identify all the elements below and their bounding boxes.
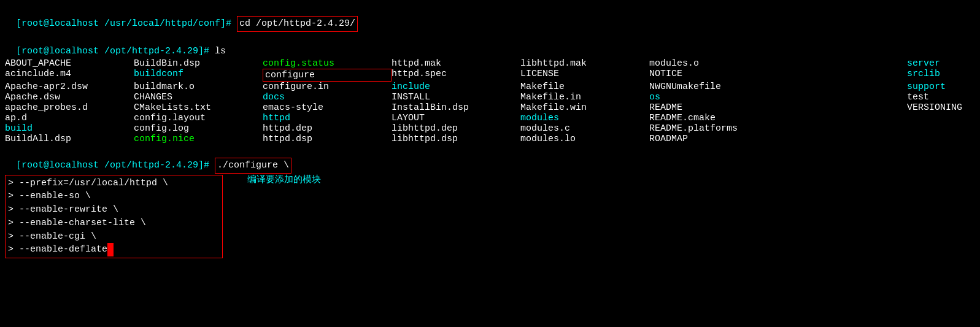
ls-cell-configure: configure bbox=[263, 69, 392, 82]
ls-cell: INSTALL bbox=[392, 92, 520, 102]
ls-cell: BuildBin.dsp bbox=[134, 58, 263, 69]
ls-cell: httpd.dsp bbox=[263, 134, 392, 144]
ls-cell bbox=[778, 102, 907, 113]
ls-cell: InstallBin.dsp bbox=[392, 102, 520, 113]
prompt-1: [root@localhost /usr/local/httpd/conf]# bbox=[16, 18, 237, 29]
ls-cell: os bbox=[649, 92, 778, 102]
ls-cell: libhttpd.dep bbox=[392, 123, 520, 134]
ls-cell: emacs-style bbox=[263, 102, 392, 113]
configure-opt-3: > --enable-rewrite \ bbox=[8, 203, 220, 217]
ls-cell bbox=[778, 58, 907, 69]
configure-options-box: > --prefix=/usr/local/httpd \ > --enable… bbox=[5, 175, 223, 259]
ls-cell: LAYOUT bbox=[392, 113, 520, 123]
ls-cell: ROADMAP bbox=[649, 134, 778, 144]
configure-opt-4: > --enable-charset-lite \ bbox=[8, 217, 220, 230]
ls-command: ls bbox=[215, 46, 226, 56]
terminal-line-2: [root@localhost /opt/httpd-2.4.29]# ls bbox=[5, 32, 975, 59]
cursor bbox=[107, 243, 114, 256]
configure-opt-6: > --enable-deflate bbox=[8, 243, 220, 256]
ls-cell: srclib bbox=[907, 69, 975, 82]
ls-cell: CMakeLists.txt bbox=[134, 102, 263, 113]
prompt-2: [root@localhost /opt/httpd-2.4.29]# bbox=[16, 46, 215, 56]
ls-cell: modules.c bbox=[520, 123, 649, 134]
ls-cell: buildconf bbox=[134, 69, 263, 82]
ls-cell: docs bbox=[263, 92, 392, 102]
ls-cell: httpd.dep bbox=[263, 123, 392, 134]
ls-cell: Makefile.win bbox=[520, 102, 649, 113]
ls-cell: CHANGES bbox=[134, 92, 263, 102]
ls-cell: modules bbox=[520, 113, 649, 123]
ls-cell: support bbox=[907, 82, 975, 92]
ls-cell: modules.lo bbox=[520, 134, 649, 144]
ls-cell: ABOUT_APACHE bbox=[5, 58, 134, 69]
ls-cell: Makefile bbox=[520, 82, 649, 92]
ls-cell: LICENSE bbox=[520, 69, 649, 82]
ls-cell: NOTICE bbox=[649, 69, 778, 82]
cd-command: cd /opt/httpd-2.4.29/ bbox=[237, 16, 358, 32]
ls-cell: ap.d bbox=[5, 113, 134, 123]
ls-cell bbox=[907, 123, 975, 134]
ls-cell bbox=[907, 134, 975, 144]
ls-cell: acinclude.m4 bbox=[5, 69, 134, 82]
ls-cell: include bbox=[392, 82, 520, 92]
ls-cell bbox=[778, 69, 907, 82]
ls-cell: test bbox=[907, 92, 975, 102]
ls-cell: BuildAll.dsp bbox=[5, 134, 134, 144]
terminal-line-1: [root@localhost /usr/local/httpd/conf]# … bbox=[5, 2, 975, 32]
configure-opt-1: > --prefix=/usr/local/httpd \ bbox=[8, 177, 220, 190]
terminal-line-3: [root@localhost /opt/httpd-2.4.29]# ./co… bbox=[5, 144, 975, 174]
ls-cell: Makefile.in bbox=[520, 92, 649, 102]
ls-cell: config.layout bbox=[134, 113, 263, 123]
ls-cell: NWGNUmakefile bbox=[649, 82, 778, 92]
ls-cell: httpd bbox=[263, 113, 392, 123]
ls-cell: modules.o bbox=[649, 58, 778, 69]
ls-cell: Apache-apr2.dsw bbox=[5, 82, 134, 92]
ls-cell: buildmark.o bbox=[134, 82, 263, 92]
configure-opt-5: > --enable-cgi \ bbox=[8, 230, 220, 244]
configure-opt-2: > --enable-so \ bbox=[8, 190, 220, 203]
ls-cell: config.nice bbox=[134, 134, 263, 144]
ls-cell bbox=[907, 113, 975, 123]
ls-cell bbox=[778, 134, 907, 144]
ls-cell: config.log bbox=[134, 123, 263, 134]
ls-cell: build bbox=[5, 123, 134, 134]
ls-cell bbox=[778, 92, 907, 102]
ls-cell: README.cmake bbox=[649, 113, 778, 123]
ls-cell: httpd.mak bbox=[392, 58, 520, 69]
ls-cell: libhttpd.dsp bbox=[392, 134, 520, 144]
ls-cell bbox=[778, 82, 907, 92]
configure-section: > --prefix=/usr/local/httpd \ > --enable… bbox=[5, 174, 975, 259]
ls-cell: README.platforms bbox=[649, 123, 778, 134]
ls-cell: Apache.dsw bbox=[5, 92, 134, 102]
ls-cell: libhttpd.mak bbox=[520, 58, 649, 69]
ls-cell bbox=[778, 123, 907, 134]
prompt-3: [root@localhost /opt/httpd-2.4.29]# bbox=[16, 160, 215, 171]
configure-command: ./configure \ bbox=[215, 158, 291, 174]
ls-cell: configure.in bbox=[263, 82, 392, 92]
ls-cell: README bbox=[649, 102, 778, 113]
ls-cell: VERSIONING bbox=[907, 102, 975, 113]
ls-cell: config.status bbox=[263, 58, 392, 69]
ls-cell: apache_probes.d bbox=[5, 102, 134, 113]
configure-annotation: 编译要添加的模块 bbox=[247, 174, 321, 185]
ls-cell: httpd.spec bbox=[392, 69, 520, 82]
ls-cell: server bbox=[907, 58, 975, 69]
ls-output: ABOUT_APACHE BuildBin.dsp config.status … bbox=[5, 58, 975, 144]
ls-cell bbox=[778, 113, 907, 123]
